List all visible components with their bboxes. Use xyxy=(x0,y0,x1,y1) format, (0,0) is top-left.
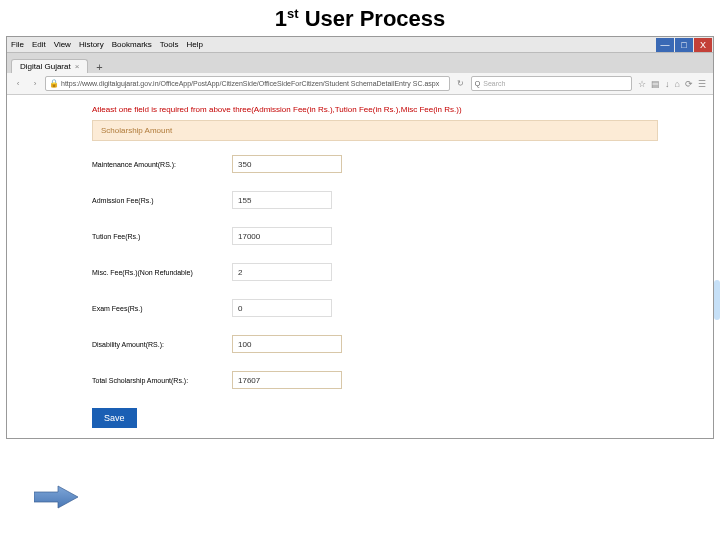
browser-tab[interactable]: Digital Gujarat × xyxy=(11,59,88,73)
row-misc: Misc. Fee(Rs.)(Non Refundable) xyxy=(92,263,658,281)
input-misc[interactable] xyxy=(232,263,332,281)
scrollbar[interactable] xyxy=(714,280,720,320)
row-disability: Disability Amount(RS.): xyxy=(92,335,658,353)
search-placeholder: Search xyxy=(483,80,505,87)
label-disability: Disability Amount(RS.): xyxy=(92,341,232,348)
row-total: Total Scholarship Amount(Rs.): xyxy=(92,371,658,389)
row-admission: Admission Fee(Rs.) xyxy=(92,191,658,209)
home-icon[interactable]: ⌂ xyxy=(675,79,680,89)
menu-help[interactable]: Help xyxy=(182,40,206,49)
input-maintenance[interactable] xyxy=(232,155,342,173)
maximize-button[interactable]: □ xyxy=(675,38,693,52)
menu-icon[interactable]: ☰ xyxy=(698,79,706,89)
forward-button[interactable]: › xyxy=(28,77,42,91)
toolbar-icons: ☆ ▤ ↓ ⌂ ⟳ ☰ xyxy=(635,79,709,89)
search-input[interactable]: Q Search xyxy=(471,76,632,91)
menu-bar: File Edit View History Bookmarks Tools H… xyxy=(7,37,713,53)
list-icon[interactable]: ▤ xyxy=(651,79,660,89)
row-maintenance: Maintenance Amount(RS.): xyxy=(92,155,658,173)
section-header: Scholarship Amount xyxy=(92,120,658,141)
new-tab-button[interactable]: + xyxy=(92,61,106,73)
menu-edit[interactable]: Edit xyxy=(28,40,50,49)
row-tution: Tution Fee(Rs.) xyxy=(92,227,658,245)
input-exam[interactable] xyxy=(232,299,332,317)
reload-button[interactable]: ↻ xyxy=(453,79,468,88)
label-tution: Tution Fee(Rs.) xyxy=(92,233,232,240)
svg-marker-0 xyxy=(34,486,78,508)
input-tution[interactable] xyxy=(232,227,332,245)
label-exam: Exam Fees(Rs.) xyxy=(92,305,232,312)
lock-icon: 🔒 xyxy=(49,79,59,88)
label-total: Total Scholarship Amount(Rs.): xyxy=(92,377,232,384)
validation-alert: Atleast one field is required from above… xyxy=(92,105,658,114)
menu-tools[interactable]: Tools xyxy=(156,40,183,49)
page-title: 1st User Process xyxy=(0,0,720,36)
search-icon: Q xyxy=(475,80,480,87)
input-total[interactable] xyxy=(232,371,342,389)
label-maintenance: Maintenance Amount(RS.): xyxy=(92,161,232,168)
label-admission: Admission Fee(Rs.) xyxy=(92,197,232,204)
menu-bookmarks[interactable]: Bookmarks xyxy=(108,40,156,49)
tab-bar: Digital Gujarat × + xyxy=(7,53,713,73)
row-exam: Exam Fees(Rs.) xyxy=(92,299,658,317)
arrow-indicator-icon xyxy=(34,484,78,510)
window-controls: — □ X xyxy=(656,38,713,52)
save-button[interactable]: Save xyxy=(92,408,137,428)
sync-icon[interactable]: ⟳ xyxy=(685,79,693,89)
star-icon[interactable]: ☆ xyxy=(638,79,646,89)
close-window-button[interactable]: X xyxy=(694,38,712,52)
minimize-button[interactable]: — xyxy=(656,38,674,52)
input-admission[interactable] xyxy=(232,191,332,209)
menu-view[interactable]: View xyxy=(50,40,75,49)
menu-history[interactable]: History xyxy=(75,40,108,49)
input-disability[interactable] xyxy=(232,335,342,353)
tab-close-icon[interactable]: × xyxy=(75,62,80,71)
label-misc: Misc. Fee(Rs.)(Non Refundable) xyxy=(92,269,232,276)
back-button[interactable]: ‹ xyxy=(11,77,25,91)
menu-file[interactable]: File xyxy=(7,40,28,49)
download-icon[interactable]: ↓ xyxy=(665,79,670,89)
page-content: Atleast one field is required from above… xyxy=(7,95,713,438)
tab-title: Digital Gujarat xyxy=(20,62,71,71)
address-bar: ‹ › 🔒 https://www.digitalgujarat.gov.in/… xyxy=(7,73,713,95)
url-input[interactable]: 🔒 https://www.digitalgujarat.gov.in/Offi… xyxy=(45,76,450,91)
browser-window: File Edit View History Bookmarks Tools H… xyxy=(6,36,714,439)
url-text: https://www.digitalgujarat.gov.in/Office… xyxy=(61,80,439,87)
